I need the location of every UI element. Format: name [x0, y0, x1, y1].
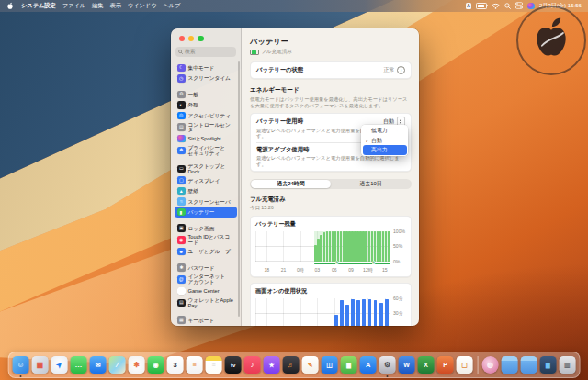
- dock-item-pages[interactable]: ✎: [301, 353, 320, 376]
- dock-item-notes[interactable]: ≡: [205, 353, 223, 376]
- menu-app-name[interactable]: システム設定: [21, 2, 56, 10]
- sidebar-item[interactable]: ❖プライバシーと セキュリティ: [175, 144, 237, 157]
- dock-item-ms-excel[interactable]: X: [417, 353, 435, 376]
- menu-file[interactable]: ファイル: [62, 2, 85, 10]
- sidebar-item[interactable]: ▤ウォレットとApple Pay: [175, 296, 237, 309]
- y-axis-labels: 60分30分0分: [390, 298, 406, 326]
- apple-menu-icon[interactable]: [6, 1, 15, 11]
- sidebar-item-label: バッテリー: [188, 209, 215, 215]
- dock-item-ms-powerpoint[interactable]: P: [436, 353, 455, 376]
- downloads-stack-icon: ◍: [481, 356, 499, 374]
- dock-item-launchpad[interactable]: ▦: [31, 353, 50, 376]
- system-settings-icon: ⚙: [379, 356, 396, 374]
- sidebar-item[interactable]: ◎アクセシビリティ: [175, 110, 237, 121]
- menu-help[interactable]: ヘルプ: [163, 2, 180, 10]
- x-tick-label: 15: [382, 267, 388, 273]
- sidebar-item[interactable]: ▣ロック画面: [175, 223, 237, 234]
- segment-last-24h[interactable]: 過去24時間: [251, 180, 331, 188]
- siri-icon[interactable]: [527, 3, 535, 10]
- sidebar-scrollbar[interactable]: [238, 61, 240, 317]
- dock-item-finder[interactable]: ☺: [12, 353, 30, 376]
- dock-item-stats-app[interactable]: ▆: [538, 353, 557, 376]
- menu-window[interactable]: ウインドウ: [128, 2, 157, 10]
- sidebar-item[interactable]: ✱パスワード: [175, 263, 237, 274]
- icon-glyph: ☺: [17, 362, 25, 369]
- wifi-icon[interactable]: [492, 3, 500, 10]
- sidebar-item-label: プライバシーと セキュリティ: [188, 145, 226, 156]
- dock-item-garageband[interactable]: ♬: [282, 353, 300, 376]
- sidebar-item[interactable]: ◷スクリーンタイム: [175, 73, 237, 84]
- menu-bar-clock[interactable]: 2月3日(金) 15:56: [539, 2, 582, 10]
- dock-item-imovie[interactable]: ★: [263, 353, 281, 376]
- dock-item-downloads-stack[interactable]: ◍: [481, 353, 499, 376]
- segment-last-10d[interactable]: 過去10日: [331, 180, 411, 188]
- dock-item-music[interactable]: ♪: [243, 353, 262, 376]
- spotlight-search-icon[interactable]: [504, 3, 511, 10]
- dock-item-system-settings[interactable]: ⚙: [379, 353, 397, 376]
- sidebar-item[interactable]: SiriとSpotlight: [175, 133, 237, 144]
- dock-item-messages[interactable]: …: [70, 353, 88, 376]
- icon-glyph: ◷: [179, 76, 183, 81]
- chart-bar: [371, 231, 374, 262]
- control-center-icon[interactable]: [515, 2, 523, 10]
- sidebar-item-battery[interactable]: ▮バッテリー: [175, 207, 237, 218]
- menu-view[interactable]: 表示: [109, 2, 120, 10]
- dock-item-photos[interactable]: ✱: [128, 353, 146, 376]
- icon-glyph: ≈: [180, 199, 183, 204]
- dock-item-ms-word[interactable]: W: [398, 353, 416, 376]
- dock-item-trash[interactable]: ▥: [558, 353, 576, 376]
- gridline: [266, 231, 267, 262]
- input-source-icon[interactable]: A: [466, 3, 472, 9]
- chart-bar: [368, 231, 371, 262]
- sidebar-item[interactable]: ▤コントロールセンター: [175, 121, 237, 134]
- close-button[interactable]: [179, 36, 185, 41]
- menu-item[interactable]: ✓自動: [363, 136, 407, 146]
- menu-edit[interactable]: 編集: [92, 2, 103, 10]
- sidebar-item[interactable]: @インターネット アカウント: [175, 273, 237, 285]
- chart-bar: [320, 235, 322, 262]
- sidebar-item-label: 一般: [188, 92, 198, 97]
- dock-item-folder-blue-2[interactable]: [519, 353, 537, 376]
- sidebar-item[interactable]: ▢ディスプレイ: [175, 175, 237, 186]
- search-placeholder: 検索: [185, 48, 196, 56]
- dock-item-app-store[interactable]: A: [359, 353, 378, 376]
- menu-item[interactable]: 高出力: [363, 145, 407, 155]
- minimize-button[interactable]: [188, 36, 194, 41]
- dock-item-reminders[interactable]: ≡: [186, 353, 204, 376]
- sidebar-item-icon: ◷: [177, 74, 186, 83]
- dock-item-mail[interactable]: ✉: [89, 353, 107, 376]
- sidebar-item[interactable]: Game Center: [175, 285, 237, 296]
- dock-item-maps[interactable]: ∕: [108, 353, 127, 376]
- sidebar-item-icon: ◐: [177, 101, 186, 109]
- battery-level-chart-card: バッテリー残量 ϟϟ 18210時03060912時15 100%50%0%: [250, 216, 412, 277]
- dock-item-calendar[interactable]: 3: [166, 353, 185, 376]
- sidebar-item[interactable]: ◉Touch IDとパスコード: [175, 233, 237, 246]
- y-tick-label: 30分: [393, 310, 403, 317]
- dock-item-apple-tv[interactable]: tv: [224, 353, 243, 376]
- sidebar-item-label: ウォレットとApple Pay: [188, 297, 235, 308]
- dock-item-facetime[interactable]: ◉: [147, 353, 165, 376]
- icon-glyph: ➤: [54, 360, 63, 369]
- sidebar-item[interactable]: ☻ユーザとグループ: [175, 246, 237, 257]
- sidebar-search-input[interactable]: 検索: [175, 47, 236, 57]
- info-icon[interactable]: i: [397, 66, 405, 74]
- sidebar-item[interactable]: ▲壁紙: [175, 185, 237, 196]
- sidebar-item[interactable]: ▦キーボード: [175, 315, 237, 326]
- dock-item-safari[interactable]: ➤: [51, 353, 69, 376]
- dock-item-apple-store[interactable]: ▢: [456, 353, 474, 376]
- notes-icon: ≡: [205, 356, 222, 374]
- zoom-button[interactable]: [198, 36, 203, 41]
- dock-item-keynote[interactable]: ◫: [321, 353, 339, 376]
- sidebar-item[interactable]: ▭デスクトップとDock: [175, 162, 237, 175]
- sidebar-item[interactable]: ▭トラックパッド: [175, 325, 237, 326]
- dock-item-numbers[interactable]: ▆: [340, 353, 358, 376]
- sidebar-item[interactable]: ☾集中モード: [175, 62, 237, 73]
- chart-bar: [379, 231, 382, 262]
- sidebar-item[interactable]: ◐外観: [175, 100, 237, 111]
- sidebar-item[interactable]: ≈スクリーンセーバ: [175, 196, 237, 207]
- dock-item-folder-blue-1[interactable]: [500, 353, 518, 376]
- battery-status-icon[interactable]: [476, 3, 487, 9]
- calendar-icon: 3: [166, 356, 184, 374]
- menu-item[interactable]: 低電力: [363, 126, 407, 136]
- sidebar-item[interactable]: ⚙一般: [175, 89, 237, 100]
